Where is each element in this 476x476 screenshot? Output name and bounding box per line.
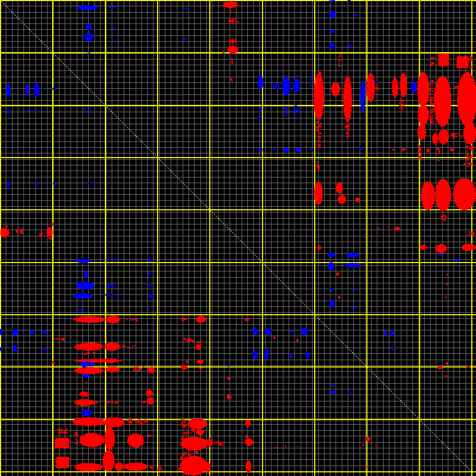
match-speckle (354, 307, 356, 308)
match-speckle (346, 125, 348, 126)
match-blob (273, 337, 276, 339)
match-speckle (294, 110, 296, 112)
match-speckle (183, 432, 185, 434)
match-blob (12, 329, 19, 336)
dotplot-canvas[interactable] (0, 0, 476, 476)
match-speckle (150, 284, 152, 286)
match-speckle (112, 284, 115, 286)
match-speckle (144, 422, 146, 423)
match-speckle (182, 455, 185, 456)
match-blob (13, 345, 17, 352)
match-blob (228, 377, 230, 380)
match-speckle (106, 284, 109, 285)
match-speckle (231, 79, 233, 80)
match-speckle (467, 166, 469, 167)
match-speckle (232, 63, 233, 64)
match-speckle (106, 259, 107, 260)
match-blob (81, 36, 85, 38)
match-speckle (145, 419, 146, 420)
match-blob (5, 225, 8, 228)
match-speckle (430, 111, 433, 112)
match-speckle (129, 422, 132, 424)
match-speckle (113, 259, 116, 260)
match-speckle (439, 151, 441, 153)
match-speckle (470, 149, 473, 150)
match-speckle (347, 134, 348, 134)
match-speckle (125, 319, 128, 320)
match-speckle (185, 432, 187, 434)
match-blob (227, 46, 239, 54)
match-speckle (467, 159, 468, 160)
match-speckle (88, 182, 89, 184)
match-speckle (187, 338, 188, 339)
match-speckle (196, 453, 199, 454)
match-speckle (430, 86, 431, 87)
match-speckle (181, 457, 183, 458)
match-blob (35, 110, 38, 112)
match-blob (26, 110, 29, 113)
match-speckle (430, 102, 433, 103)
match-speckle (400, 99, 402, 100)
match-blob (103, 418, 125, 427)
match-speckle (148, 285, 150, 285)
match-speckle (402, 106, 403, 107)
match-speckle (443, 218, 444, 219)
match-speckle (457, 89, 459, 90)
match-blob (274, 447, 277, 449)
match-speckle (106, 287, 109, 288)
match-speckle (62, 338, 63, 339)
match-blob (310, 76, 312, 78)
match-blob (411, 81, 417, 93)
match-speckle (115, 294, 118, 295)
match-speckle (88, 54, 90, 55)
match-speckle (193, 430, 194, 431)
match-blob (318, 245, 322, 250)
match-speckle (310, 86, 311, 87)
match-speckle (294, 109, 295, 110)
match-speckle (430, 89, 431, 90)
match-blob (418, 105, 429, 125)
match-blob (181, 365, 188, 370)
match-speckle (223, 5, 225, 6)
match-speckle (143, 401, 145, 402)
match-blob (467, 366, 470, 368)
match-blob (377, 228, 379, 229)
match-blob (51, 223, 54, 225)
match-speckle (352, 290, 354, 291)
match-blob (331, 385, 335, 387)
match-speckle (377, 85, 378, 86)
match-speckle (317, 163, 318, 164)
match-blob (258, 75, 263, 90)
match-speckle (40, 232, 42, 233)
match-blob (295, 75, 299, 78)
match-speckle (221, 443, 223, 443)
match-blob (124, 462, 148, 471)
match-speckle (452, 136, 455, 137)
match-blob (148, 258, 152, 261)
match-speckle (318, 167, 319, 168)
match-speckle (316, 144, 317, 145)
match-speckle (470, 232, 472, 233)
match-speckle (149, 285, 151, 287)
match-blob (78, 6, 98, 10)
match-blob (40, 88, 43, 90)
match-speckle (392, 350, 394, 350)
match-speckle (418, 150, 421, 151)
match-speckle (184, 338, 186, 339)
match-blob (34, 83, 39, 97)
match-speckle (470, 67, 473, 68)
match-blob (79, 342, 103, 351)
match-speckle (339, 61, 340, 62)
match-speckle (317, 161, 318, 162)
match-blob (447, 273, 449, 276)
match-speckle (259, 118, 261, 119)
match-speckle (430, 123, 431, 124)
match-blob (74, 367, 103, 374)
match-speckle (471, 150, 474, 151)
match-speckle (403, 105, 405, 106)
match-blob (284, 147, 289, 153)
match-blob (1, 228, 9, 238)
match-speckle (76, 431, 77, 431)
match-blob (81, 410, 92, 416)
match-speckle (91, 183, 93, 184)
